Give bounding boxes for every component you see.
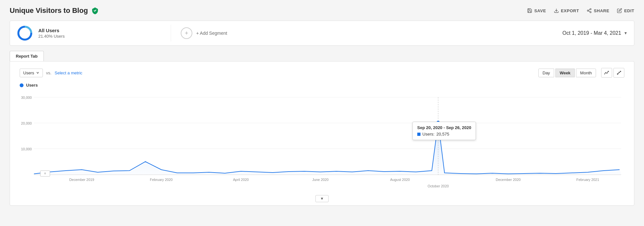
share-button[interactable]: SHARE: [587, 8, 609, 13]
segment-percentage: 21.40% Users: [38, 34, 65, 39]
segment-row: All Users 21.40% Users + + Add Segment O…: [10, 21, 634, 46]
svg-text:April 2020: April 2020: [233, 178, 249, 182]
metric-dropdown-label: Users: [23, 71, 34, 75]
segment-info: All Users 21.40% Users: [38, 28, 65, 39]
scatter-chart-icon: [616, 70, 622, 76]
save-button[interactable]: SAVE: [527, 8, 546, 13]
date-range-selector[interactable]: Oct 1, 2019 - Mar 4, 2021 ▼: [553, 25, 628, 42]
svg-text:December 2020: December 2020: [496, 178, 521, 182]
svg-point-1: [590, 8, 591, 10]
segment-left: All Users 21.40% Users: [16, 25, 171, 42]
svg-text:February 2020: February 2020: [150, 178, 173, 182]
svg-text:June 2020: June 2020: [312, 178, 329, 182]
edit-button[interactable]: EDIT: [617, 8, 634, 13]
svg-line-4: [589, 11, 590, 12]
export-button[interactable]: EXPORT: [554, 8, 579, 13]
time-btn-month[interactable]: Month: [576, 69, 596, 77]
segment-name: All Users: [38, 28, 65, 33]
chart-line: [34, 122, 620, 174]
date-range-arrow-icon: ▼: [624, 31, 628, 35]
svg-text:December 2019: December 2019: [69, 178, 94, 182]
scroll-down-button[interactable]: ▼: [315, 195, 329, 202]
metric-dropdown[interactable]: Users: [20, 69, 43, 77]
time-btn-day[interactable]: Day: [538, 69, 554, 77]
svg-text:August 2020: August 2020: [390, 178, 410, 182]
svg-text:20,000: 20,000: [21, 121, 32, 125]
donut-chart: [16, 25, 33, 42]
chart-svg-container: 30,000 20,000 10,000: [20, 91, 624, 194]
time-btn-week[interactable]: Week: [555, 69, 575, 77]
time-controls: Day Week Month: [538, 69, 596, 77]
edit-icon: [617, 8, 622, 13]
main-chart-svg: 30,000 20,000 10,000: [20, 91, 624, 194]
svg-point-10: [619, 72, 620, 73]
title-area: Unique Visitors to Blog: [10, 6, 99, 15]
dropdown-arrow-icon: [36, 71, 39, 74]
date-range-label: Oct 1, 2019 - Mar 4, 2021: [562, 30, 621, 36]
line-chart-type-button[interactable]: [601, 68, 612, 78]
svg-text:30,000: 30,000: [21, 96, 32, 99]
svg-point-11: [620, 71, 621, 72]
select-metric-link[interactable]: Select a metric: [55, 71, 82, 75]
scroll-down-icon: ▼: [320, 196, 324, 201]
verified-icon: [91, 7, 99, 14]
svg-text:October 2020: October 2020: [428, 184, 449, 188]
page-title: Unique Visitors to Blog: [10, 6, 88, 15]
time-controls-group: Day Week Month: [538, 68, 624, 78]
chart-peak-dot: [436, 120, 440, 124]
report-tab[interactable]: Report Tab: [10, 51, 44, 61]
chart-area-fill: [34, 122, 621, 174]
report-tab-container: Report Tab: [10, 51, 634, 61]
chart-legend: Users: [20, 83, 624, 88]
share-icon: [587, 8, 592, 13]
svg-line-5: [589, 9, 590, 10]
metric-selector: Users vs. Select a metric: [20, 69, 82, 77]
line-chart-icon: [604, 70, 610, 76]
scatter-chart-type-button[interactable]: [613, 68, 624, 78]
chart-type-buttons: [601, 68, 624, 78]
export-icon: [554, 8, 559, 13]
svg-text:February 2021: February 2021: [576, 178, 599, 182]
header-row: Unique Visitors to Blog SAVE EXPORT: [10, 6, 634, 15]
legend-label: Users: [26, 83, 38, 88]
add-segment-label: + Add Segment: [196, 31, 227, 36]
header-actions: SAVE EXPORT SHARE EDIT: [527, 8, 634, 13]
svg-point-3: [590, 12, 591, 13]
scroll-indicator: ▼: [20, 195, 624, 202]
svg-text:10,000: 10,000: [21, 147, 32, 151]
chart-controls: Users vs. Select a metric Day Week Month: [20, 68, 624, 78]
vs-label: vs.: [46, 71, 52, 75]
svg-text:≡: ≡: [44, 172, 46, 175]
svg-point-12: [618, 73, 619, 74]
add-segment-button[interactable]: + + Add Segment: [171, 25, 553, 42]
legend-dot: [20, 83, 24, 87]
svg-point-2: [587, 10, 589, 11]
chart-container: Users vs. Select a metric Day Week Month: [10, 61, 634, 206]
save-icon: [527, 8, 532, 13]
add-segment-circle-icon: +: [181, 27, 192, 39]
